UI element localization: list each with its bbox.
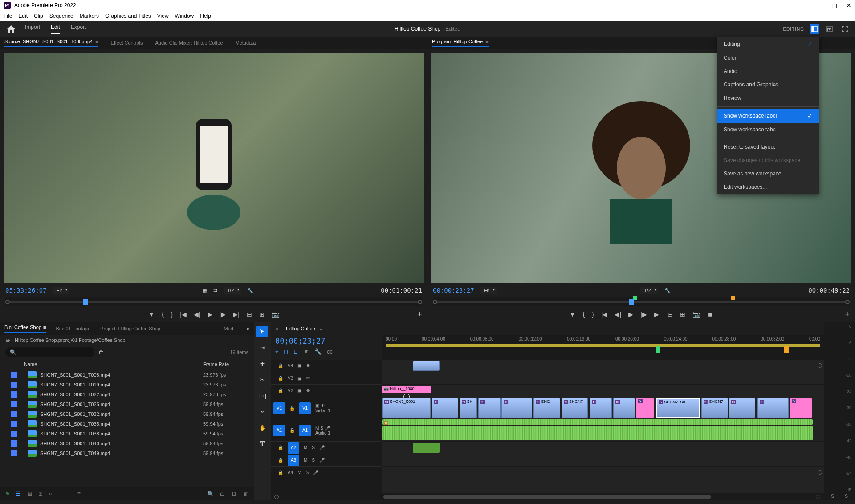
workspace-item-save-as[interactable]: Save as new workspace...	[717, 167, 819, 180]
track-a3[interactable]: A3	[288, 455, 299, 466]
zoom-slider[interactable]: ○─────	[49, 491, 71, 497]
button-editor-icon[interactable]: +	[418, 310, 428, 319]
drag-icon[interactable]: ⇉	[213, 288, 217, 293]
home-icon[interactable]	[5, 24, 17, 33]
timeline-audio-clip[interactable]	[413, 443, 440, 453]
timeline-clip[interactable]: fx	[729, 398, 756, 418]
new-item-icon[interactable]: 🗋	[232, 491, 237, 497]
pencil-icon[interactable]: ✎	[5, 491, 10, 497]
menu-markers[interactable]: Markers	[80, 13, 99, 19]
project-item[interactable]: SHGN7_S001_S001_T019.mp423.976 fps	[0, 380, 254, 390]
hand-tool[interactable]: ✋	[256, 422, 268, 434]
icon-view-icon[interactable]: ▦	[27, 491, 32, 497]
overwrite-icon[interactable]: ⊞	[259, 311, 265, 318]
source-v1[interactable]: V1	[273, 402, 285, 414]
track-v3[interactable]: V3	[288, 376, 293, 381]
timeline-clip[interactable]: fxSHGN7	[562, 398, 588, 418]
effect-controls-tab[interactable]: Effect Controls	[111, 40, 143, 45]
new-bin-icon[interactable]: 🗀	[220, 491, 225, 497]
menu-view[interactable]: View	[157, 13, 169, 19]
menu-window[interactable]: Window	[175, 13, 194, 19]
source-viewer[interactable]	[4, 53, 424, 283]
bin-coffee-tab[interactable]: Bin: Coffee Shop≡	[4, 325, 46, 333]
go-to-out-icon[interactable]: ▶|	[654, 311, 661, 318]
mark-out-icon[interactable]: }	[592, 311, 594, 318]
play-icon[interactable]: ▶	[208, 311, 212, 318]
minimize-button[interactable]: —	[816, 2, 822, 9]
step-back-icon[interactable]: ◀|	[615, 311, 621, 318]
timeline-timecode[interactable]: 00;00;23;27	[271, 335, 382, 347]
menu-file[interactable]: File	[4, 13, 12, 19]
bin-icon[interactable]: 🗁	[5, 337, 10, 343]
timeline-clip[interactable]: fx	[432, 398, 458, 418]
track-select-tool[interactable]: ⇥	[256, 342, 268, 354]
menu-sequence[interactable]: Sequence	[49, 13, 73, 19]
menu-clip[interactable]: Clip	[34, 13, 43, 19]
timeline-clip[interactable]: fx	[590, 398, 612, 418]
find-icon[interactable]: 🔍	[207, 491, 214, 497]
go-to-in-icon[interactable]: |◀	[180, 311, 187, 318]
timeline-clip[interactable]: fxSHGN7	[701, 398, 728, 418]
timeline-clip[interactable]: fx	[636, 398, 654, 418]
program-scrubber[interactable]	[433, 297, 850, 306]
workspace-item-show-tabs[interactable]: Show workspace tabs	[717, 123, 819, 136]
add-marker-icon[interactable]: ⊔	[293, 348, 298, 355]
marker-green[interactable]	[656, 346, 660, 353]
new-bin-icon[interactable]: 🗀	[99, 349, 104, 355]
captions-icon[interactable]: cc	[327, 348, 333, 355]
timeline-clip[interactable]: fxSHG	[533, 398, 560, 418]
program-tab[interactable]: Program: Hilltop Coffee≡	[432, 39, 489, 47]
settings-icon[interactable]: ▦	[203, 288, 207, 293]
target-a1[interactable]: A1	[299, 425, 311, 436]
play-icon[interactable]: ▶	[628, 311, 633, 318]
selection-tool[interactable]	[256, 326, 268, 337]
overflow-icon[interactable]: »	[247, 326, 249, 331]
tab-edit[interactable]: Edit	[51, 24, 60, 34]
insert-icon[interactable]: ⊟	[247, 311, 252, 318]
timeline-audio-clip[interactable]	[382, 426, 813, 440]
maximize-button[interactable]: ▢	[831, 2, 837, 9]
project-item[interactable]: SHGN7_S001_S001_T022.mp423.976 fps	[0, 390, 254, 399]
project-item[interactable]: SHGN7_S001_S001_T035.mp459.94 fps	[0, 419, 254, 429]
workspace-item-captions[interactable]: Captions and Graphics	[717, 78, 819, 91]
project-item[interactable]: SHGN7_S001_S001_T032.mp459.94 fps	[0, 409, 254, 419]
project-item[interactable]: SHGN7_S001_S001_T025.mp459.94 fps	[0, 399, 254, 409]
timeline-settings-icon[interactable]: ▼	[303, 348, 309, 355]
solo-left[interactable]: S	[831, 494, 834, 499]
workspace-item-color[interactable]: Color	[717, 51, 819, 65]
timeline-zoom-scrollbar[interactable]	[271, 493, 824, 500]
linked-selection-icon[interactable]: ⊓	[284, 348, 288, 355]
step-forward-icon[interactable]: |▶	[220, 311, 226, 318]
extract-icon[interactable]: ⊞	[680, 311, 685, 318]
source-tab[interactable]: Source: SHGN7_S001_S001_T008.mp4≡	[4, 39, 98, 47]
solo-right[interactable]: S	[845, 494, 848, 499]
delete-icon[interactable]: 🗑	[243, 491, 248, 497]
source-a1[interactable]: A1	[273, 425, 285, 436]
menu-help[interactable]: Help	[200, 13, 211, 19]
workspace-item-edit[interactable]: Edit workspaces...	[717, 180, 819, 194]
timeline-ruler[interactable]: 00;0000;00;04;0000;00;08;0000;00;12;0000…	[382, 335, 824, 360]
timeline-clip[interactable]: fx	[478, 398, 501, 418]
project-item[interactable]: SHGN7_S001_S001_T008.mp423.976 fps	[0, 370, 254, 380]
wrench-icon[interactable]: 🔧	[247, 288, 253, 293]
audio-clip-mixer-tab[interactable]: Audio Clip Mixer: Hilltop Coffee	[155, 40, 223, 45]
project-item[interactable]: SHGN7_S001_S001_T038.mp459.94 fps	[0, 429, 254, 439]
timeline-clip[interactable]: fxSH	[460, 398, 477, 418]
panel-menu-icon[interactable]: ≡	[320, 326, 322, 331]
timeline-clip-selected[interactable]: fxSHGN7_S0	[656, 398, 700, 418]
tab-import[interactable]: Import	[25, 24, 40, 34]
track-a4[interactable]: A4	[288, 470, 293, 475]
framerate-column[interactable]: Frame Rate	[203, 362, 243, 367]
add-marker-icon[interactable]: ▼	[570, 311, 576, 318]
name-column[interactable]: Name	[11, 362, 203, 367]
step-back-icon[interactable]: ◀|	[194, 311, 200, 318]
freeform-view-icon[interactable]: ⊞	[38, 491, 43, 497]
track-content[interactable]: 📷 Hilltop__1080 fxSHGN7_S001 fx fxSH fx …	[382, 360, 824, 493]
ripple-edit-tool[interactable]: ✚	[256, 358, 268, 370]
menu-edit[interactable]: Edit	[18, 13, 28, 19]
mark-out-icon[interactable]: }	[171, 311, 173, 318]
export-frame-icon[interactable]: 📷	[692, 311, 700, 318]
program-timecode-in[interactable]: 00;00;23;27	[433, 287, 474, 294]
source-fit-dropdown[interactable]: Fit	[53, 287, 69, 294]
comparison-view-icon[interactable]: ▣	[707, 311, 713, 318]
